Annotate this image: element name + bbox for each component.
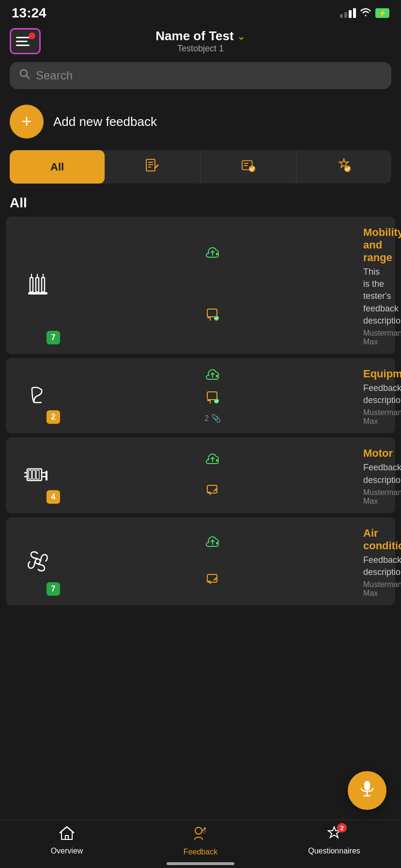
svg-rect-26 <box>29 470 31 479</box>
feedback-list: 7 Mobility and range This is the tester'… <box>0 217 401 608</box>
reviewed-icon <box>241 158 256 175</box>
svg-rect-19 <box>207 309 217 317</box>
item-meta-1: Mustermann, Max 01.03.2023 13:42 <box>363 329 387 346</box>
item-actions-3 <box>68 445 357 505</box>
item-author-2: Mustermann, Max <box>363 408 401 426</box>
nav-questionnaires[interactable]: 2 Questionnaires <box>267 826 401 856</box>
voice-fab-button[interactable] <box>348 771 386 810</box>
cloud-upload-icon-3 <box>206 453 219 467</box>
nav-feedback[interactable]: Feedback <box>134 826 267 856</box>
questionnaires-badge-count: 2 <box>337 823 347 833</box>
battery-icon: ⚡ <box>375 8 389 18</box>
item-badge-4: 7 <box>46 582 60 596</box>
chat-check-icon-2 <box>206 391 219 406</box>
search-icon <box>19 69 30 82</box>
status-time: 13:24 <box>12 5 46 21</box>
signal-bars-icon <box>340 8 356 18</box>
item-meta-4: Mustermann, Max 01.03.2 <box>363 580 387 598</box>
search-container <box>0 62 401 97</box>
tab-all-label: All <box>50 161 64 173</box>
search-input[interactable] <box>36 69 382 82</box>
item-author-1: Mustermann, Max <box>363 329 401 346</box>
item-badge-2: 2 <box>46 410 60 424</box>
svg-rect-39 <box>364 781 370 790</box>
svg-rect-33 <box>46 471 47 480</box>
home-icon <box>59 826 75 844</box>
cloud-upload-icon-4 <box>206 536 219 550</box>
item-desc-4: Feedback description <box>363 552 387 580</box>
item-icon-mobility: 7 <box>14 224 62 346</box>
item-title-3: Motor <box>363 445 387 460</box>
item-icon-fan: 7 <box>14 525 62 598</box>
feedback-item-3[interactable]: 4 Motor Feedback description Mustermann,… <box>6 437 395 513</box>
item-actions-2: 2 📎 <box>68 366 357 426</box>
svg-rect-13 <box>42 278 45 292</box>
svg-point-51 <box>204 827 206 829</box>
item-title-2: Equipment <box>363 366 387 380</box>
item-author-3: Mustermann, Max <box>363 488 401 506</box>
tab-draft[interactable] <box>105 150 200 184</box>
header-center: Name of Test ⌄ Testobject 1 <box>155 29 245 54</box>
feedback-item-4[interactable]: 7 Air conditioning Feedback description … <box>6 517 395 605</box>
tab-all[interactable]: All <box>10 150 105 184</box>
item-content-4: Air conditioning Feedback description Mu… <box>363 525 387 598</box>
item-meta-3: Mustermann, Max 01.03.2023 13:40 <box>363 488 387 506</box>
item-meta-2: Mustermann, Max 01.03.2023 13:41 <box>363 408 387 426</box>
svg-point-50 <box>201 828 206 833</box>
nav-questionnaires-label: Questionnaires <box>308 847 360 855</box>
cloud-upload-icon-2 <box>206 369 219 383</box>
svg-rect-27 <box>32 470 35 479</box>
feedback-item-2[interactable]: 2 Equipment Feedback description Musterm… <box>6 358 395 434</box>
filter-tabs: All <box>10 150 391 184</box>
header-title: Name of Test <box>155 29 233 44</box>
search-bar <box>10 62 391 89</box>
svg-line-43 <box>67 827 74 833</box>
nav-feedback-label: Feedback <box>184 848 217 856</box>
svg-rect-17 <box>28 292 47 294</box>
draft-icon <box>145 158 160 175</box>
home-indicator <box>167 862 234 865</box>
svg-rect-12 <box>36 278 39 292</box>
svg-rect-28 <box>36 470 39 479</box>
item-content-1: Mobility and range This is the tester's … <box>363 224 387 346</box>
svg-point-49 <box>195 827 202 834</box>
item-title-1: Mobility and range <box>363 224 387 264</box>
bottom-nav: Overview Feedback 2 Questionnaires <box>0 820 401 868</box>
header: Name of Test ⌄ Testobject 1 <box>0 24 401 62</box>
status-bar: 13:24 ⚡ <box>0 0 401 24</box>
tab-certified[interactable] <box>296 150 391 184</box>
item-icon-equipment: 2 <box>14 366 62 426</box>
item-badge-3: 4 <box>46 490 60 504</box>
item-desc-2: Feedback description <box>363 380 387 408</box>
svg-rect-23 <box>207 392 217 400</box>
attach-count-2: 2 📎 <box>204 414 220 423</box>
svg-line-1 <box>26 76 29 78</box>
menu-notification-dot <box>29 32 35 39</box>
item-desc-1: This is the tester's feedback descriptio… <box>363 264 387 329</box>
item-actions-1 <box>68 224 357 346</box>
chevron-down-icon[interactable]: ⌄ <box>237 30 246 43</box>
nav-overview[interactable]: Overview <box>0 826 134 856</box>
svg-point-36 <box>35 559 40 564</box>
draft-chat-icon-4 <box>206 574 219 587</box>
header-subtitle: Testobject 1 <box>155 44 245 54</box>
tab-reviewed[interactable] <box>201 150 296 184</box>
nav-questionnaires-badge-container: 2 <box>326 826 342 844</box>
cloud-upload-icon-1 <box>206 247 219 261</box>
svg-rect-14 <box>31 274 32 278</box>
add-feedback-button[interactable]: + <box>10 105 44 139</box>
svg-rect-15 <box>37 274 38 278</box>
svg-line-42 <box>60 827 67 833</box>
wifi-icon <box>360 8 371 19</box>
menu-button[interactable] <box>10 28 41 54</box>
item-badge-1: 7 <box>46 331 60 344</box>
item-desc-3: Feedback description <box>363 460 387 488</box>
chat-check-icon-1 <box>206 308 219 324</box>
microphone-icon <box>358 780 376 802</box>
item-author-4: Mustermann, Max <box>363 580 401 598</box>
feedback-item-1[interactable]: 7 Mobility and range This is the tester'… <box>6 217 395 354</box>
item-icon-motor: 4 <box>14 445 62 505</box>
add-feedback-label: Add new feedback <box>53 114 157 129</box>
certified-icon <box>337 158 351 176</box>
item-title-4: Air conditioning <box>363 525 387 552</box>
